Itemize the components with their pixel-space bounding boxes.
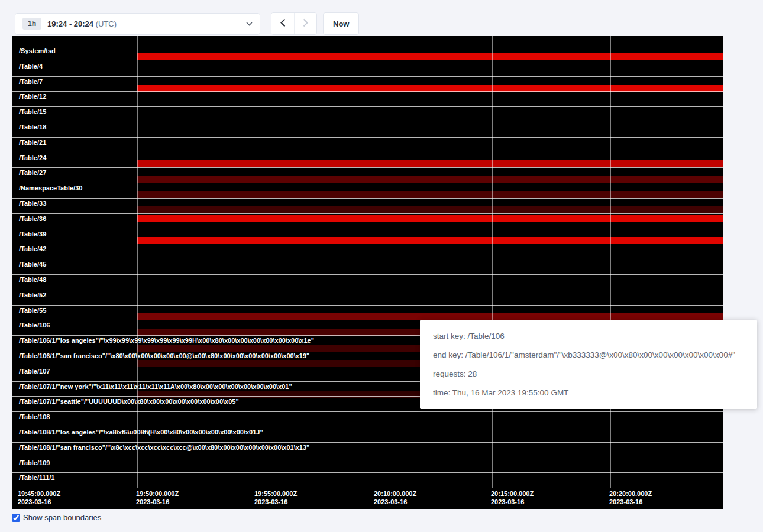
x-axis-label: 19:45:00.000Z2023-03-16 — [18, 489, 60, 506]
row-label: /Table/45 — [19, 261, 46, 268]
span-boundary-line — [12, 305, 723, 306]
row-label: /Table/48 — [19, 276, 46, 283]
tooltip-time: time: Thu, 16 Mar 2023 19:55:00 GMT — [433, 388, 744, 397]
span-boundary-line — [12, 259, 723, 259]
span-boundary-line — [12, 290, 723, 290]
row-label: /Table/21 — [19, 139, 46, 146]
tooltip-end-key: end key: /Table/106/1/"amsterdam"/"\xb33… — [433, 351, 744, 359]
x-axis-label: 19:50:00.000Z2023-03-16 — [136, 489, 179, 506]
row-label: /Table/106/1/"los angeles"/"\x99\x99\x99… — [19, 337, 314, 344]
row-label: /Table/52 — [19, 291, 46, 299]
row-label: /Table/36 — [19, 215, 46, 222]
time-grid-line — [137, 36, 138, 488]
tooltip-start-key: start key: /Table/106 — [433, 332, 744, 340]
key-visualizer-area: /System/tsd/Table/4/Table/7/Table/12/Tab… — [0, 36, 763, 509]
toolbar: 1h 19:24 - 20:24 (UTC) Now — [0, 0, 763, 35]
time-window-range-text: 19:24 - 20:24 — [47, 20, 93, 28]
heat-band[interactable] — [137, 85, 723, 92]
heat-band[interactable] — [137, 160, 723, 167]
span-tooltip: start key: /Table/106 end key: /Table/10… — [420, 320, 757, 409]
span-boundary-line — [12, 153, 723, 153]
span-boundary-line — [12, 76, 723, 77]
span-boundary-line — [12, 106, 723, 107]
span-boundary-line — [12, 488, 723, 488]
x-axis-date: 2023-03-16 — [491, 498, 534, 506]
show-span-boundaries-checkbox[interactable] — [12, 514, 20, 522]
row-label: /Table/7 — [19, 78, 43, 85]
row-label: /Table/15 — [19, 108, 46, 115]
time-window-timezone: (UTC) — [96, 20, 117, 28]
span-boundary-line — [12, 274, 723, 275]
x-axis-time: 19:45:00.000Z — [18, 489, 60, 498]
chevron-right-icon — [303, 18, 308, 29]
x-axis-label: 20:10:00.000Z2023-03-16 — [374, 489, 416, 506]
span-boundary-line — [12, 213, 723, 214]
time-window-range: 19:24 - 20:24 (UTC) — [47, 20, 117, 28]
previous-window-button[interactable] — [271, 13, 294, 34]
chevron-down-icon — [246, 22, 253, 26]
span-boundary-line — [12, 137, 723, 138]
span-boundary-line — [12, 198, 723, 199]
x-axis-time: 20:20:00.000Z — [609, 489, 652, 498]
heat-band[interactable] — [137, 53, 723, 60]
row-label: /Table/33 — [19, 200, 46, 207]
x-axis-time: 19:50:00.000Z — [136, 489, 179, 498]
span-boundary-line — [12, 244, 723, 244]
span-boundary-line — [12, 229, 723, 229]
x-axis-time: 20:10:00.000Z — [374, 489, 416, 498]
time-window-nav-group — [271, 12, 317, 35]
row-label: /Table/39 — [19, 231, 46, 238]
span-boundary-line — [12, 91, 723, 92]
span-boundary-line — [12, 46, 723, 46]
row-label: /Table/24 — [19, 154, 46, 161]
x-axis-date: 2023-03-16 — [136, 498, 179, 506]
span-boundary-line — [12, 167, 723, 168]
row-label: /Table/42 — [19, 245, 46, 252]
row-label: /Table/108 — [19, 413, 50, 420]
time-grid-line — [374, 36, 374, 488]
x-axis-date: 2023-03-16 — [374, 498, 416, 506]
span-boundary-line — [12, 61, 723, 61]
x-axis-date: 2023-03-16 — [18, 498, 60, 506]
row-label: /System/tsd — [19, 47, 56, 54]
x-axis-label: 20:20:00.000Z2023-03-16 — [609, 489, 652, 506]
now-button[interactable]: Now — [323, 12, 359, 35]
row-label: /Table/108/1/"los angeles"/"\xa8\xf5\u00… — [19, 429, 263, 436]
row-label: /Table/107 — [19, 368, 50, 375]
heat-band[interactable] — [137, 176, 723, 183]
x-axis-label: 20:15:00.000Z2023-03-16 — [491, 489, 534, 506]
row-label: /Table/106/1/"san francisco"/"\x80\x00\x… — [19, 352, 309, 359]
row-label: /Table/4 — [19, 63, 43, 70]
x-axis-date: 2023-03-16 — [609, 498, 652, 506]
row-label: /Table/108/1/"san francisco"/"\x8c\xcc\x… — [19, 444, 309, 451]
time-window-selector[interactable]: 1h 19:24 - 20:24 (UTC) — [15, 13, 260, 35]
span-boundary-line — [12, 38, 723, 38]
x-axis-date: 2023-03-16 — [254, 498, 297, 506]
x-axis-label: 19:55:00.000Z2023-03-16 — [254, 489, 297, 506]
span-boundary-line — [12, 411, 723, 412]
chevron-left-icon — [280, 18, 286, 29]
time-grid-line — [256, 36, 256, 488]
key-visualizer-canvas[interactable]: /System/tsd/Table/4/Table/7/Table/12/Tab… — [12, 36, 723, 509]
time-grid-line — [492, 36, 493, 488]
heat-band[interactable] — [137, 206, 723, 213]
row-label: /Table/109 — [19, 459, 50, 466]
heat-band[interactable] — [137, 237, 723, 244]
span-boundary-line — [12, 122, 723, 122]
row-label: /Table/27 — [19, 169, 46, 176]
x-axis-time: 19:55:00.000Z — [254, 489, 297, 498]
x-axis-time: 20:15:00.000Z — [491, 489, 534, 498]
heat-band[interactable] — [137, 191, 723, 198]
span-boundary-line — [12, 427, 723, 427]
span-boundary-line — [12, 458, 723, 458]
show-span-boundaries-control[interactable]: Show span boundaries — [12, 513, 101, 522]
row-label: /Table/55 — [19, 307, 46, 314]
row-label: /NamespaceTable/30 — [19, 184, 82, 192]
span-boundary-line — [12, 472, 723, 473]
show-span-boundaries-label: Show span boundaries — [23, 513, 101, 522]
tooltip-requests: requests: 28 — [433, 369, 744, 378]
row-label: /Table/107/1/"new york"/"\x11\x11\x11\x1… — [19, 383, 292, 390]
next-window-button[interactable] — [294, 13, 316, 34]
row-label: /Table/107/1/"seattle"/"UUUUUUD\x00\x80\… — [19, 398, 239, 405]
heat-band[interactable] — [137, 215, 723, 222]
